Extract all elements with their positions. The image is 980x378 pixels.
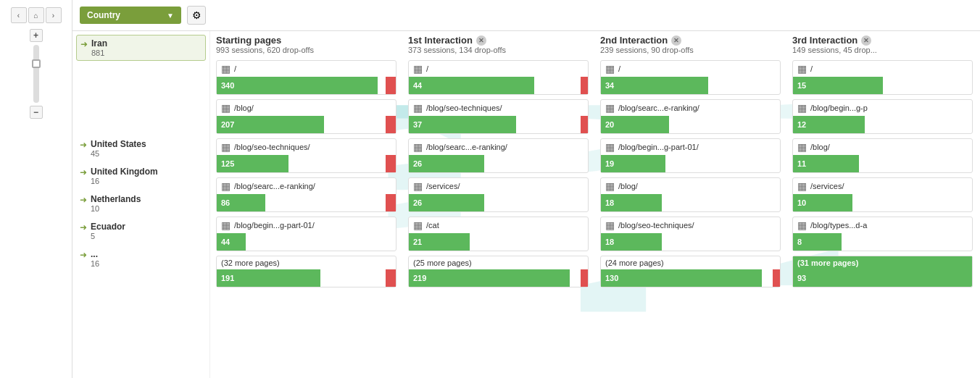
column-header-starting: Starting pages 993 sessions, 620 drop-of… <box>216 35 396 54</box>
page-grid-icon: ▦ <box>605 219 615 231</box>
page-name-text: /blog/searc...e-ranking/ <box>234 182 315 190</box>
country-arrow-icon: ➜ <box>80 140 87 150</box>
column-interaction1: 1st Interaction ✕ 373 sessions, 134 drop… <box>402 31 594 378</box>
page-node[interactable]: ▦ /blog/seo-techniques/ 37 <box>408 99 589 134</box>
column-title: Starting pages <box>216 35 396 46</box>
page-node[interactable]: ▦ / 340 <box>216 60 396 95</box>
page-name-text: /blog/begin...g-p <box>810 104 868 112</box>
column-title-text: Starting pages <box>216 35 281 46</box>
page-node[interactable]: ▦ / 15 <box>792 60 973 95</box>
page-node[interactable]: ▦ /blog/searc...e-ranking/ 26 <box>408 138 589 173</box>
home-button[interactable]: ⌂ <box>28 7 44 23</box>
zoom-out-button[interactable]: − <box>30 106 43 119</box>
page-count: 37 <box>413 120 422 129</box>
forward-button[interactable]: › <box>46 7 62 23</box>
page-grid-icon: ▦ <box>605 180 615 192</box>
country-arrow-icon: ➜ <box>80 167 87 177</box>
page-node[interactable]: ▦ /services/ 26 <box>408 177 589 212</box>
page-name-text: /blog/searc...e-ranking/ <box>618 104 699 112</box>
page-grid-icon: ▦ <box>797 63 807 75</box>
page-node[interactable]: ▦ /services/ 10 <box>792 177 973 212</box>
page-grid-icon: ▦ <box>221 219 231 231</box>
close-column-button[interactable]: ✕ <box>671 35 681 46</box>
filter-bar: Country ▼ ⚙ <box>72 0 980 31</box>
country-dropdown[interactable]: Country ▼ <box>80 7 181 24</box>
page-name-text: (25 more pages) <box>413 259 472 267</box>
page-node[interactable]: ▦ /blog/searc...e-ranking/ 20 <box>600 99 781 134</box>
country-count: 5 <box>91 232 125 240</box>
page-name-text: / <box>618 64 620 73</box>
page-node[interactable]: ▦ / 44 <box>408 60 589 95</box>
country-item-other[interactable]: ➜ ... 16 <box>76 246 206 271</box>
zoom-track <box>33 45 39 103</box>
page-count: 125 <box>221 159 234 168</box>
page-grid-icon: ▦ <box>221 102 231 114</box>
page-node[interactable]: ▦ /blog/searc...e-ranking/ 86 <box>216 177 396 212</box>
page-grid-icon: ▦ <box>413 219 423 231</box>
country-info-ec: Ecuador 5 <box>91 222 125 240</box>
column-title: 1st Interaction ✕ <box>408 35 589 46</box>
column-interaction2: 2nd Interaction ✕ 239 sessions, 90 drop-… <box>594 31 786 378</box>
page-node[interactable]: ▦ /blog/seo-techniques/ 125 <box>216 138 396 173</box>
page-grid-icon: ▦ <box>221 180 231 192</box>
country-arrow-icon: ➜ <box>80 195 87 205</box>
back-button[interactable]: ‹ <box>11 7 27 23</box>
page-count: 18 <box>605 198 614 207</box>
page-node-more[interactable]: (31 more pages) 93 <box>792 256 973 287</box>
page-count: 15 <box>797 81 806 90</box>
page-grid-icon: ▦ <box>413 141 423 153</box>
zoom-thumb[interactable] <box>32 59 41 68</box>
page-node[interactable]: ▦ /blog/ 207 <box>216 99 396 134</box>
main-container: ‹ ⌂ › + − Country ▼ ⚙ <box>0 0 980 378</box>
page-node-more[interactable]: (25 more pages) 219 <box>408 256 589 287</box>
page-count: 207 <box>221 120 234 129</box>
page-count: 44 <box>413 81 422 90</box>
country-info-uk: United Kingdom 16 <box>91 167 158 185</box>
country-item-us[interactable]: ➜ United States 45 <box>76 136 206 161</box>
page-count: 93 <box>797 274 806 282</box>
page-name-text: /blog/types...d-a <box>810 221 867 230</box>
column-title-text: 1st Interaction <box>408 35 473 46</box>
page-node[interactable]: ▦ /cat 21 <box>408 217 589 251</box>
page-count: 34 <box>605 81 614 90</box>
country-name: Ecuador <box>91 222 125 232</box>
page-count: 11 <box>797 159 806 168</box>
page-name-text: /services/ <box>426 182 460 190</box>
page-count: 19 <box>605 159 614 168</box>
settings-button[interactable]: ⚙ <box>187 6 206 25</box>
page-name-text: /blog/begin...g-part-01/ <box>618 143 699 151</box>
page-name-text: /blog/searc...e-ranking/ <box>426 143 507 151</box>
page-name-text: /blog/seo-techniques/ <box>618 221 694 230</box>
page-grid-icon: ▦ <box>413 102 423 114</box>
page-node-more[interactable]: (24 more pages) 130 <box>600 256 781 287</box>
page-node[interactable]: ▦ /blog/begin...g-p 12 <box>792 99 973 134</box>
page-node[interactable]: ▦ /blog/seo-techniques/ 18 <box>600 217 781 251</box>
page-grid-icon: ▦ <box>413 63 423 75</box>
country-item-nl[interactable]: ➜ Netherlands 10 <box>76 191 206 216</box>
country-count: 10 <box>91 204 141 213</box>
country-item-uk[interactable]: ➜ United Kingdom 16 <box>76 164 206 188</box>
page-node[interactable]: ▦ /blog/begin...g-part-01/ 19 <box>600 138 781 173</box>
page-grid-icon: ▦ <box>797 102 807 114</box>
column-starting: Starting pages 993 sessions, 620 drop-of… <box>210 31 402 378</box>
page-node[interactable]: ▦ / 34 <box>600 60 781 95</box>
nav-controls: ‹ ⌂ › <box>11 7 62 23</box>
column-interaction3: 3rd Interaction ✕ 149 sessions, 45 drop.… <box>786 31 979 378</box>
country-item-ec[interactable]: ➜ Ecuador 5 <box>76 219 206 243</box>
page-count: 21 <box>413 238 422 246</box>
page-node[interactable]: ▦ /blog/begin...g-part-01/ 44 <box>216 217 396 251</box>
column-title-text: 2nd Interaction <box>600 35 668 46</box>
country-item-iran[interactable]: ➜ Iran 881 <box>76 35 206 61</box>
page-grid-icon: ▦ <box>797 141 807 153</box>
page-node-more[interactable]: (32 more pages) 191 <box>216 256 396 287</box>
column-subtitle: 993 sessions, 620 drop-offs <box>216 46 396 54</box>
page-grid-icon: ▦ <box>413 180 423 192</box>
close-column-button[interactable]: ✕ <box>861 35 871 46</box>
page-node[interactable]: ▦ /blog/ 18 <box>600 177 781 212</box>
zoom-in-button[interactable]: + <box>30 29 43 42</box>
page-node[interactable]: ▦ /blog/types...d-a 8 <box>792 217 973 251</box>
dropdown-arrow-icon: ▼ <box>167 12 174 20</box>
close-column-button[interactable]: ✕ <box>476 35 486 46</box>
page-count: 191 <box>221 274 234 282</box>
page-node[interactable]: ▦ /blog/ 11 <box>792 138 973 173</box>
